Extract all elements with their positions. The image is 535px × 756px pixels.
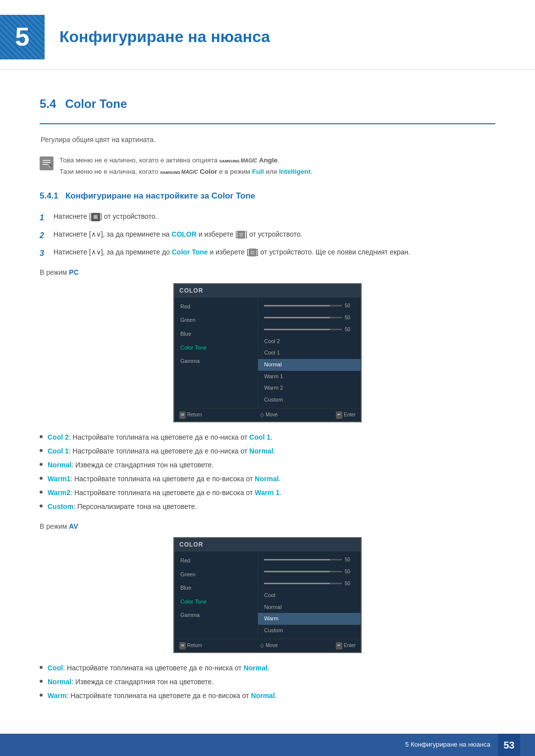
av-footer-enter: ↵ Enter bbox=[336, 642, 356, 650]
section-number: 5.4 bbox=[40, 95, 56, 113]
av-footer-move: ◇ Move bbox=[260, 642, 277, 650]
svg-rect-2 bbox=[43, 162, 51, 163]
footer-chapter-ref: 5 Конфигуриране на нюанса bbox=[405, 740, 490, 750]
av-footer-return: III Return bbox=[179, 642, 202, 650]
pc-menu-gamma: Gamma bbox=[174, 354, 258, 368]
pc-option-custom: Custom bbox=[258, 394, 361, 406]
av-menu-left: Red Green Blue Color Tone Gamma bbox=[174, 552, 258, 639]
pc-mode-label: В режим PC bbox=[40, 267, 495, 278]
av-bullet-cool: Cool: Настройвате топлината на цветовете… bbox=[40, 663, 495, 673]
pc-menu-blue: Blue bbox=[174, 327, 258, 341]
section-title: Color Tone bbox=[65, 95, 127, 113]
pc-menu-red: Red bbox=[174, 300, 258, 314]
av-monitor-container: COLOR Red Green Blue Color Tone Gamma bbox=[40, 537, 495, 654]
pc-option-warm2: Warm 2 bbox=[258, 382, 361, 394]
pc-menu-title: COLOR bbox=[174, 284, 361, 298]
av-menu-content: Red Green Blue Color Tone Gamma 50 bbox=[174, 552, 361, 639]
enter-footer-icon: ↵ bbox=[336, 411, 342, 419]
pc-option-warm1: Warm 1 bbox=[258, 371, 361, 383]
pc-menu-green: Green bbox=[174, 313, 258, 327]
pc-option-cool2: Cool 2 bbox=[258, 336, 361, 348]
subsection-title-text: Конфигуриране на настройките за Color To… bbox=[65, 191, 255, 201]
chapter-number-text: 5 bbox=[15, 16, 30, 57]
note-line-1: Това меню не е налично, когато е активна… bbox=[59, 155, 313, 165]
pc-slider-red: 50 bbox=[258, 300, 361, 312]
subsection-header: 5.4.1 Конфигуриране на настройките за Co… bbox=[40, 189, 495, 202]
return-icon: III bbox=[179, 411, 186, 419]
section-description: Регулира общия цвят на картината. bbox=[41, 134, 495, 145]
step-1: 1 Натиснете [III] от устройството. bbox=[40, 211, 495, 224]
av-mode-label: В режим AV bbox=[40, 521, 495, 532]
subsection-number: 5.4.1 bbox=[40, 191, 58, 201]
chapter-number: 5 bbox=[0, 15, 45, 59]
pc-menu-content: Red Green Blue Color Tone Gamma 50 bbox=[174, 298, 361, 408]
pc-bullet-list: Cool 2: Настройвате топлината на цветове… bbox=[40, 432, 495, 512]
av-option-custom: Custom bbox=[258, 625, 361, 637]
pc-menu-footer: III Return ◇ Move ↵ Enter bbox=[174, 408, 361, 421]
menu-button-icon: III bbox=[91, 213, 100, 221]
pc-footer-move: ◇ Move bbox=[260, 411, 277, 419]
av-monitor-screen: COLOR Red Green Blue Color Tone Gamma bbox=[173, 537, 362, 654]
pc-bullet-normal: Normal: Извежда се стандартния тон на цв… bbox=[40, 460, 495, 470]
note-line-2: Тази меню не е налична, когато SAMSUNGMA… bbox=[59, 167, 313, 177]
section-divider bbox=[40, 123, 495, 124]
av-menu-green: Green bbox=[174, 568, 258, 582]
enter-icon-2: ⊡ bbox=[249, 249, 257, 256]
page-container: 5 Конфигуриране на нюанса 5.4 Color Tone… bbox=[0, 0, 535, 756]
av-menu-gamma: Gamma bbox=[174, 608, 258, 622]
av-slider-blue: 50 bbox=[258, 578, 361, 590]
pc-monitor-container: COLOR Red Green Blue Color Tone Gamma bbox=[40, 283, 495, 423]
av-slider-red: 50 bbox=[258, 554, 361, 566]
pc-bullet-cool1: Cool 1: Настройвате топлината на цветове… bbox=[40, 446, 495, 456]
pc-option-cool1: Cool 1 bbox=[258, 347, 361, 359]
pc-mode-text: PC bbox=[69, 268, 78, 276]
av-bullet-warm: Warm: Настройвате топлината на цветовете… bbox=[40, 691, 495, 701]
pc-option-normal: Normal bbox=[258, 359, 361, 371]
pc-bullet-cool2: Cool 2: Настройвате топлината на цветове… bbox=[40, 432, 495, 443]
av-menu-red: Red bbox=[174, 554, 258, 568]
enter-icon: ⊡ bbox=[237, 231, 245, 239]
note-icon bbox=[40, 156, 54, 170]
pc-menu: COLOR Red Green Blue Color Tone Gamma bbox=[174, 284, 361, 422]
av-return-icon: III bbox=[179, 642, 186, 650]
note-lines: Това меню не е налично, когато е активна… bbox=[59, 155, 313, 177]
step-2: 2 Натиснете [∧∨], за да преминете на COL… bbox=[40, 229, 495, 242]
av-bullet-normal: Normal: Извежда се стандартния тон на цв… bbox=[40, 677, 495, 687]
av-menu-footer: III Return ◇ Move ↵ Enter bbox=[174, 639, 361, 652]
av-bullet-list: Cool: Настройвате топлината на цветовете… bbox=[40, 663, 495, 701]
pc-bullet-warm1: Warm1: Настройвате топлината на цветовет… bbox=[40, 474, 495, 484]
pc-menu-right: 50 50 50 Cool 2 Cool 1 bbox=[258, 298, 361, 408]
av-menu-right: 50 50 50 Cool Normal bbox=[258, 552, 361, 639]
section-54-header: 5.4 Color Tone bbox=[40, 95, 495, 113]
page-footer: 5 Конфигуриране на нюанса 53 bbox=[0, 734, 535, 756]
pc-slider-green: 50 bbox=[258, 312, 361, 324]
svg-rect-3 bbox=[43, 164, 49, 165]
subsection-title: 5.4.1 Конфигуриране на настройките за Co… bbox=[40, 191, 255, 201]
notes-box: Това меню не е налично, когато е активна… bbox=[40, 155, 495, 177]
svg-rect-0 bbox=[41, 157, 53, 169]
av-option-warm: Warm bbox=[258, 613, 361, 625]
pc-bullet-warm2: Warm2: Настройвате топлината на цветовет… bbox=[40, 488, 495, 498]
pc-menu-left: Red Green Blue Color Tone Gamma bbox=[174, 298, 258, 408]
pc-footer-return: III Return bbox=[179, 411, 202, 419]
av-mode-text: AV bbox=[69, 522, 78, 530]
pc-bullet-custom: Custom: Персонализирате тона на цветовет… bbox=[40, 502, 495, 512]
chapter-title: Конфигуриране на нюанса bbox=[59, 24, 270, 50]
av-option-cool: Cool bbox=[258, 590, 361, 602]
av-menu-title: COLOR bbox=[174, 538, 361, 552]
av-menu: COLOR Red Green Blue Color Tone Gamma bbox=[174, 538, 361, 653]
av-menu-colortone: Color Tone bbox=[174, 595, 258, 609]
pc-slider-blue: 50 bbox=[258, 324, 361, 336]
svg-rect-1 bbox=[43, 160, 51, 161]
av-option-normal: Normal bbox=[258, 602, 361, 613]
steps-list: 1 Натиснете [III] от устройството. 2 Нат… bbox=[40, 211, 495, 259]
pc-monitor-screen: COLOR Red Green Blue Color Tone Gamma bbox=[173, 283, 362, 423]
footer-page-number: 53 bbox=[498, 734, 520, 756]
av-menu-blue: Blue bbox=[174, 581, 258, 595]
pc-footer-enter: ↵ Enter bbox=[336, 411, 356, 419]
pc-menu-colortone: Color Tone bbox=[174, 341, 258, 355]
main-content: 5.4 Color Tone Регулира общия цвят на ка… bbox=[0, 85, 535, 750]
av-slider-green: 50 bbox=[258, 566, 361, 578]
step-3: 3 Натиснете [∧∨], за да преминете до Col… bbox=[40, 247, 495, 260]
chapter-header: 5 Конфигуриране на нюанса bbox=[0, 0, 535, 70]
